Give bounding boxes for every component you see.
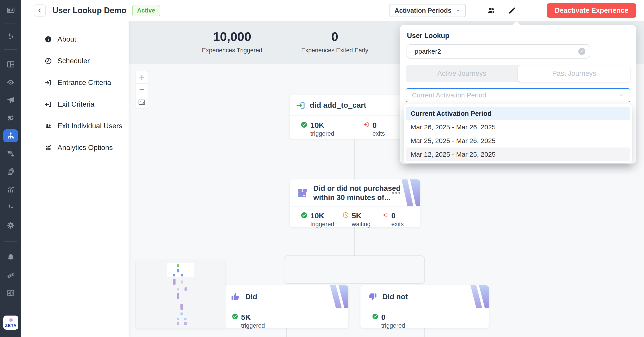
node-corner-decoration [319, 285, 348, 308]
docs-book-icon[interactable] [0, 285, 21, 301]
check-circle-icon [372, 313, 378, 320]
user-lookup-value: pparker2 [414, 48, 578, 55]
canvas-zoom-controls: + − [136, 71, 148, 108]
thumbs-down-icon [368, 292, 378, 302]
users-icon [44, 122, 52, 130]
sparkles-icon[interactable] [0, 28, 21, 44]
target-icon[interactable] [0, 74, 21, 90]
activation-periods-label: Activation Periods [394, 7, 452, 14]
popover-title: User Lookup [407, 32, 449, 40]
sidebar-item-analytics-options[interactable]: Analytics Options [21, 137, 128, 158]
sidebar-item-exit-criteria[interactable]: Exit Criteria [21, 93, 128, 115]
edge-split-stem [354, 227, 355, 256]
chevron-down-icon [456, 8, 460, 13]
sidebar-item-label: Entrance Criteria [58, 78, 111, 87]
zoom-in-button[interactable]: + [136, 71, 148, 84]
notifications-bell-icon[interactable] [0, 250, 21, 265]
zeta-diamond-icon [8, 317, 14, 323]
deactivate-experience-button[interactable]: Deactivate Experience [547, 3, 636, 18]
minimap-viewport[interactable] [166, 263, 194, 277]
check-circle-icon [301, 121, 308, 128]
option-period-3[interactable]: Mar 12, 2025 - Mar 25, 2025 [406, 147, 630, 161]
zeta-logo[interactable]: ZETA [3, 316, 18, 330]
activation-periods-select[interactable]: Activation Periods [389, 4, 466, 17]
chevron-left-icon [37, 7, 43, 13]
node-stat-triggered: 5Ktriggered [232, 313, 265, 329]
sidebar-item-label: Analytics Options [58, 143, 113, 152]
journey-sidebar: About Scheduler Entrance Criteria Exit C… [21, 21, 128, 337]
tab-past-journeys[interactable]: Past Journeys [518, 65, 630, 82]
thumbs-up-icon [230, 292, 240, 302]
toolbar-separator [528, 4, 528, 17]
status-badge: Active [132, 5, 160, 16]
check-circle-icon [232, 313, 238, 320]
option-current-activation-period[interactable]: Current Activation Period [406, 107, 630, 120]
user-lookup-input[interactable]: pparker2 ✕ [406, 44, 590, 58]
edge-below-did-not [424, 328, 425, 337]
flow-icon[interactable] [0, 146, 21, 162]
node-title: did add_to_cart [310, 101, 366, 109]
node-split-purchase[interactable]: Did or did not purchased within 30 minut… [290, 179, 420, 227]
stat-value: 10,000 [202, 29, 262, 44]
user-lookup-icon[interactable] [485, 4, 497, 17]
sidebar-item-about[interactable]: About [21, 28, 128, 50]
topbar: User Lookup Demo Active Activation Perio… [21, 0, 644, 21]
ai-sparkles-icon[interactable] [0, 200, 21, 215]
edge-below-did [286, 328, 287, 337]
edge-entrance-to-split [354, 139, 355, 179]
option-period-1[interactable]: Mar 26, 2025 - Mar 26, 2025 [406, 120, 630, 134]
info-icon [44, 35, 52, 43]
node-stat-triggered: 0triggered [372, 313, 405, 329]
canvas-minimap[interactable] [136, 260, 225, 329]
node-corner-decoration [391, 179, 420, 206]
exit-arrow-icon [382, 212, 388, 218]
edit-pencil-icon[interactable] [506, 4, 518, 17]
sidebar-item-label: About [58, 35, 76, 43]
back-button[interactable] [34, 4, 46, 16]
chevron-down-icon [619, 92, 624, 98]
edge-branch-connector [284, 255, 425, 284]
tab-active-journeys[interactable]: Active Journeys [406, 65, 518, 82]
node-stat-waiting: 5Kwaiting [342, 211, 374, 228]
page-title: User Lookup Demo [52, 6, 126, 15]
rail-divider [4, 241, 17, 242]
settings-gear-icon[interactable] [0, 217, 21, 233]
dashboard-icon[interactable] [0, 56, 21, 72]
analytics-icon [44, 144, 52, 152]
stat-label: Experiences Exited Early [301, 47, 368, 54]
sidebar-item-label: Exit Individual Users [58, 122, 122, 130]
rail-divider [4, 49, 17, 50]
sidebar-item-entrance-criteria[interactable]: Entrance Criteria [21, 72, 128, 93]
activation-period-value: Current Activation Period [412, 91, 619, 99]
fit-view-button[interactable] [136, 96, 148, 108]
node-stat-exits: 0exits [363, 121, 385, 137]
node-stat-exits: 0exits [382, 211, 404, 228]
screen-share-icon[interactable] [0, 2, 21, 18]
check-circle-icon [301, 212, 308, 219]
exit-icon [44, 101, 52, 108]
audience-icon[interactable] [0, 110, 21, 126]
node-stat-triggered: 10Ktriggered [301, 211, 334, 228]
option-period-2[interactable]: Mar 25, 2025 - Mar 26, 2025 [406, 134, 630, 147]
node-did[interactable]: Did 5Ktriggered [225, 285, 348, 328]
activation-period-options: Current Activation Period Mar 26, 2025 -… [404, 104, 632, 163]
sidebar-item-exit-individual-users[interactable]: Exit Individual Users [21, 115, 128, 137]
send-icon[interactable] [0, 92, 21, 108]
node-did-not[interactable]: Did not 0triggered [360, 285, 489, 328]
templates-icon[interactable] [0, 164, 21, 179]
journeys-tabs: Active Journeys Past Journeys [406, 65, 630, 82]
roadmap-icon[interactable] [0, 268, 21, 283]
stat-value: 0 [301, 29, 368, 44]
app-rail: ZETA [0, 0, 21, 337]
zoom-out-button[interactable]: − [136, 84, 148, 96]
stat-experiences-exited: 0 Experiences Exited Early [301, 29, 368, 54]
zeta-logo-text: ZETA [5, 323, 16, 328]
exit-arrow-icon [363, 121, 370, 128]
journeys-icon[interactable] [0, 128, 21, 144]
rail-divider [4, 309, 17, 309]
node-title: Did not [382, 293, 408, 301]
activation-period-select[interactable]: Current Activation Period [406, 88, 630, 102]
sidebar-item-scheduler[interactable]: Scheduler [21, 50, 128, 72]
reports-icon[interactable] [0, 182, 21, 197]
clear-input-icon[interactable]: ✕ [578, 48, 586, 55]
